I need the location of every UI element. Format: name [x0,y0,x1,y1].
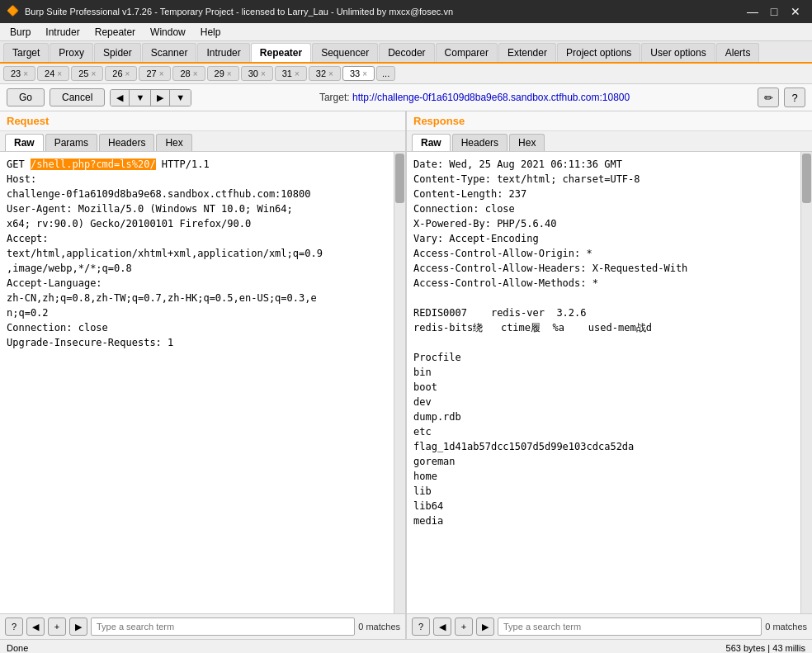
menu-repeater[interactable]: Repeater [88,25,142,40]
request-code-area[interactable]: GET /shell.php?cmd=ls%20/ HTTP/1.1 Host:… [0,152,394,613]
menu-burp[interactable]: Burp [3,25,37,40]
subtab-28[interactable]: 28 × [172,66,205,81]
tab-extender[interactable]: Extender [498,43,556,62]
request-content: GET /shell.php?cmd=ls%20/ HTTP/1.1 Host:… [7,157,387,350]
cancel-button[interactable]: Cancel [50,88,105,106]
request-method: GET [7,159,31,170]
tab-intruder[interactable]: Intruder [197,43,249,62]
help-button[interactable]: ? [784,88,805,107]
request-search-prev[interactable]: ◀ [26,618,45,636]
minimize-button[interactable]: — [743,3,762,20]
request-tab-hex[interactable]: Hex [156,134,191,151]
fwd-dropdown[interactable]: ▼ [170,90,191,106]
request-scrollbar[interactable] [394,152,405,613]
response-search-next[interactable]: ▶ [476,618,494,636]
menu-intruder[interactable]: Intruder [39,25,86,40]
subtab-33[interactable]: 33 × [342,66,375,81]
response-scrollbar[interactable] [800,152,812,613]
response-header: Response [407,111,812,131]
maximize-button[interactable]: □ [764,3,784,20]
titlebar: 🔶 Burp Suite Professional v1.7.26 - Temp… [0,0,812,23]
close-button[interactable]: ✕ [786,3,805,20]
tab-repeater[interactable]: Repeater [251,43,311,62]
request-tab-params[interactable]: Params [45,134,97,151]
target-label: Target: http://challenge-0f1a6109d8ba9e6… [196,92,753,103]
response-content: Date: Wed, 25 Aug 2021 06:11:36 GMT Cont… [413,157,794,528]
subtab-23-close[interactable]: × [23,69,28,78]
tab-spider[interactable]: Spider [94,43,141,62]
response-search-next-plus[interactable]: + [455,618,473,636]
request-tab-headers[interactable]: Headers [99,134,154,151]
target-prefix: Target: [319,92,352,103]
subtab-23[interactable]: 23 × [3,66,35,81]
go-button[interactable]: Go [7,88,45,106]
tab-scanner[interactable]: Scanner [142,43,197,62]
subtab-31[interactable]: 31 × [275,66,307,81]
subtab-27[interactable]: 27 × [139,66,171,81]
subtab-30[interactable]: 30 × [241,66,273,81]
menu-window[interactable]: Window [144,25,192,40]
subtab-28-close[interactable]: × [193,69,198,78]
response-tab-headers[interactable]: Headers [452,134,508,151]
subtab-24[interactable]: 24 × [37,66,69,81]
request-tab-raw[interactable]: Raw [5,134,44,151]
response-tab-raw[interactable]: Raw [412,134,451,151]
response-search-prev[interactable]: ◀ [433,618,451,636]
tab-proxy[interactable]: Proxy [50,43,93,62]
menu-help[interactable]: Help [194,25,228,40]
subtab-30-close[interactable]: × [261,69,266,78]
response-scrollbar-thumb [802,154,811,203]
window-controls: — □ ✕ [743,3,805,20]
tab-user-options[interactable]: User options [641,43,715,62]
tab-alerts[interactable]: Alerts [716,43,760,62]
app-icon: 🔶 [7,5,20,18]
response-inner-tabs: Raw Headers Hex [407,131,812,152]
tab-comparer[interactable]: Comparer [436,43,498,62]
response-tab-hex[interactable]: Hex [509,134,545,151]
request-scrollbar-thumb [395,154,404,203]
subtab-31-close[interactable]: × [295,69,300,78]
subtab-24-close[interactable]: × [57,69,62,78]
response-search-help[interactable]: ? [412,618,430,636]
response-match-count: 0 matches [765,622,807,632]
subtab-25[interactable]: 25 × [71,66,103,81]
response-code-area[interactable]: Date: Wed, 25 Aug 2021 06:11:36 GMT Cont… [407,152,800,613]
subtab-27-close[interactable]: × [159,69,164,78]
tab-decoder[interactable]: Decoder [379,43,434,62]
subtab-33-close[interactable]: × [362,69,367,78]
fwd-button[interactable]: ▶ [151,90,170,106]
back-button[interactable]: ◀ [111,90,130,106]
request-search-next-plus[interactable]: + [48,618,66,636]
response-search-input[interactable] [498,618,762,636]
tab-project-options[interactable]: Project options [557,43,640,62]
toolbar: Go Cancel ◀ ▼ ▶ ▼ Target: http://challen… [0,84,812,111]
subtab-25-close[interactable]: × [91,69,96,78]
subtab-32[interactable]: 32 × [309,66,341,81]
request-inner-tabs: Raw Params Headers Hex [0,131,405,152]
request-search-bar: ? ◀ + ▶ 0 matches [0,613,405,639]
statusbar: Done 563 bytes | 43 millis [0,639,812,653]
back-dropdown[interactable]: ▼ [130,90,151,106]
request-search-next[interactable]: ▶ [69,618,87,636]
subtab-32-close[interactable]: × [328,69,333,78]
subtab-bar: 23 × 24 × 25 × 26 × 27 × 28 × 29 × 30 × … [0,64,812,84]
main-panels: Request Raw Params Headers Hex GET /shel… [0,111,812,639]
subtab-29-close[interactable]: × [227,69,232,78]
request-search-input[interactable] [91,618,355,636]
edit-button[interactable]: ✏ [758,88,779,107]
subtab-more[interactable]: ... [376,66,395,81]
subtab-26-close[interactable]: × [125,69,130,78]
subtab-29[interactable]: 29 × [207,66,239,81]
subtab-26[interactable]: 26 × [105,66,137,81]
response-search-bar: ? ◀ + ▶ 0 matches [407,613,812,639]
nav-arrows: ◀ ▼ ▶ ▼ [110,89,191,106]
request-code-wrapper: GET /shell.php?cmd=ls%20/ HTTP/1.1 Host:… [0,152,405,613]
target-url: http://challenge-0f1a6109d8ba9e68.sandbo… [352,92,630,103]
tab-sequencer[interactable]: Sequencer [312,43,378,62]
request-highlight: /shell.php?cmd=ls%20/ [31,159,156,170]
status-right: 563 bytes | 43 millis [726,643,805,653]
response-code-wrapper: Date: Wed, 25 Aug 2021 06:11:36 GMT Cont… [407,152,812,613]
request-search-help[interactable]: ? [5,618,23,636]
request-version: HTTP/1.1 Host: challenge-0f1a6109d8ba9e6… [7,159,323,348]
tab-target[interactable]: Target [3,43,49,62]
